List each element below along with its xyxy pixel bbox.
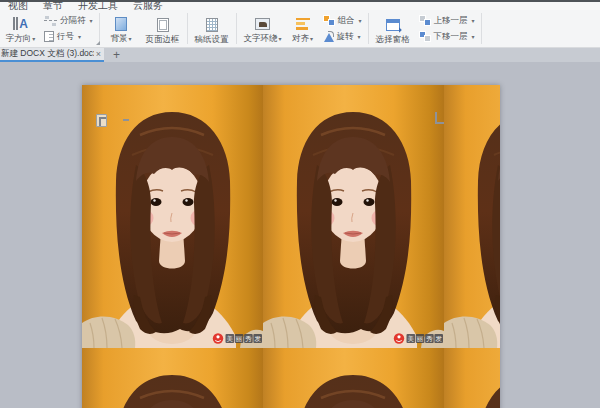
align-icon: [296, 18, 310, 30]
background-button[interactable]: 背景▾: [102, 10, 141, 47]
photo-row: [82, 85, 500, 348]
new-tab-button[interactable]: +: [113, 49, 120, 62]
ribbon-divider: [236, 13, 237, 44]
page-border-button[interactable]: 页面边框: [141, 10, 185, 47]
selection-pane-icon: [386, 19, 400, 31]
grid-paper-settings-button[interactable]: 稿纸设置: [190, 10, 234, 47]
portrait-photo[interactable]: [82, 348, 263, 408]
grid-paper-icon: [206, 18, 218, 32]
portrait-photo[interactable]: [444, 85, 500, 348]
text-wrap-button[interactable]: 文字环绕▾: [239, 10, 287, 47]
chevron-down-icon: ▾: [310, 36, 313, 42]
anchor-dash-mark: [123, 119, 129, 121]
object-anchor-icon: [96, 114, 107, 127]
group-objects-icon: [323, 15, 335, 26]
chevron-down-icon: ▾: [472, 17, 475, 24]
bring-forward-button[interactable]: 上移一层▾: [419, 15, 475, 27]
chevron-down-icon: ▾: [358, 33, 361, 40]
rotate-button[interactable]: 旋转▾: [323, 31, 362, 43]
chevron-down-icon: ▾: [279, 36, 282, 42]
document-canvas[interactable]: 美 丽 秀 发: [0, 62, 600, 408]
separator-icon: [44, 16, 57, 26]
menu-section[interactable]: 章节: [43, 0, 63, 10]
menu-developer-tools[interactable]: 开发工具: [78, 0, 118, 10]
chevron-down-icon: ▾: [32, 36, 35, 42]
send-backward-icon: [419, 31, 431, 42]
menu-cloud-service[interactable]: 云服务: [133, 0, 163, 10]
send-backward-button[interactable]: 下移一层▾: [419, 31, 475, 43]
crop-corner-handle[interactable]: [435, 112, 444, 124]
chevron-down-icon: ▾: [90, 17, 93, 24]
align-button[interactable]: 对齐▾: [287, 10, 319, 47]
text-wrap-icon: [255, 18, 270, 30]
group-dialog-launcher[interactable]: [96, 41, 100, 45]
page-break-button[interactable]: 分隔符▾: [44, 15, 93, 27]
line-number-button[interactable]: 行号▾: [44, 31, 93, 43]
ribbon-divider: [481, 13, 482, 44]
chevron-down-icon: ▾: [472, 33, 475, 40]
selection-pane-button[interactable]: 选择窗格: [371, 10, 415, 47]
portrait-photo[interactable]: [444, 348, 500, 408]
ribbon: A 字方向▾ 分隔符▾ 行号▾ 背景▾ 页面边框: [0, 10, 600, 48]
photo-row: [82, 348, 500, 408]
text-direction-icon: A: [13, 15, 28, 32]
ribbon-divider: [99, 13, 100, 44]
line-number-icon: [44, 31, 54, 42]
group-objects-button[interactable]: 组合▾: [323, 15, 362, 27]
ribbon-divider: [187, 13, 188, 44]
menu-view[interactable]: 视图: [8, 0, 28, 10]
document-tab-title: 新建 DOCX 文档 (3).docx *: [1, 48, 94, 60]
close-icon[interactable]: ×: [96, 50, 101, 59]
chevron-down-icon: ▾: [78, 33, 81, 40]
portrait-photo[interactable]: [263, 348, 444, 408]
ribbon-divider: [368, 13, 369, 44]
menu-bar: 视图 章节 开发工具 云服务: [0, 0, 600, 10]
document-page: [82, 85, 500, 408]
wps-writer-window: 视图 章节 开发工具 云服务 A 字方向▾ 分隔符▾ 行号▾ 背景▾: [0, 0, 600, 408]
rotate-icon: [323, 31, 334, 42]
chevron-down-icon: ▾: [359, 17, 362, 24]
chevron-down-icon: ▾: [129, 36, 132, 42]
background-icon: [115, 17, 127, 31]
bring-forward-icon: [419, 15, 431, 26]
document-tab[interactable]: 新建 DOCX 文档 (3).docx * ×: [0, 48, 104, 62]
page-border-icon: [157, 18, 169, 32]
document-tab-bar: 新建 DOCX 文档 (3).docx * × +: [0, 48, 600, 62]
text-direction-button[interactable]: A 字方向▾: [1, 10, 40, 47]
portrait-photo[interactable]: [82, 85, 263, 348]
portrait-photo[interactable]: [263, 85, 444, 348]
